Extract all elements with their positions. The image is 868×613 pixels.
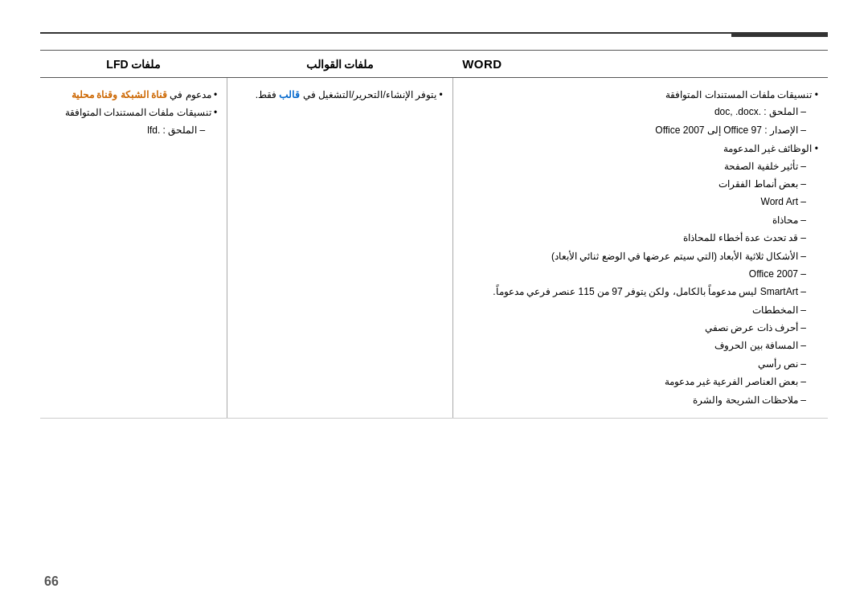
word-bullet-1: تنسيقات ملفات المستندات المتوافقة الملحق…: [463, 86, 818, 140]
top-border: [40, 32, 828, 34]
word-sub-2-8: SmartArt ليس مدعوماً بالكامل، ولكن يتوفر…: [463, 283, 806, 300]
word-sub-2-6: الأشكال ثلاثية الأبعاد (التي سيتم عرضها …: [463, 247, 806, 265]
highlight-qalb: قالب: [279, 89, 300, 100]
word-sub-2-10: أحرف ذات عرض نصفي: [463, 319, 806, 337]
word-bullet-2: الوظائف غير المدعومة تأثير خلفية الصفحة …: [463, 140, 818, 410]
lfd-bullet-2: تنسيقات ملفات المستندات المتوافقة الملحق…: [50, 104, 217, 140]
word-sub-2-5: قد تحدث عدة أخطاء للمحاذاة: [463, 229, 806, 247]
word-sub-2-7: Office 2007: [463, 265, 806, 283]
word-sub-2-14: ملاحظات الشريحة والشرة: [463, 391, 806, 409]
lfd-bullet-list: مدعوم في قناة الشبكة وقناة محلية تنسيقات…: [50, 86, 217, 140]
word-content-cell: تنسيقات ملفات المستندات المتوافقة الملحق…: [452, 78, 828, 419]
header-templates: ملفات القوالب: [227, 51, 452, 78]
word-sublist-1: الملحق : .doc, .docx الإصدار : Office 97…: [463, 103, 818, 139]
word-sub-1-2: الإصدار : Office 97 إلى Office 2007: [463, 121, 806, 139]
templates-bullet-1: يتوفر الإنشاء/التحرير/التشغيل في قالب فق…: [237, 86, 442, 104]
word-sub-2-2: بعض أنماط الفقرات: [463, 175, 806, 193]
word-sub-2-3: Word Art: [463, 193, 806, 210]
page-number: 66: [44, 574, 59, 589]
word-bullet-list: تنسيقات ملفات المستندات المتوافقة الملحق…: [463, 86, 818, 410]
lfd-sub-1-1: الملحق : .lfd: [50, 121, 205, 139]
word-sub-2-9: المخططات: [463, 301, 806, 319]
word-sub-2-1: تأثير خلفية الصفحة: [463, 157, 806, 175]
templates-content-cell: يتوفر الإنشاء/التحرير/التشغيل في قالب فق…: [227, 78, 452, 419]
page-container: WORD ملفات القوالب ملفات LFD تنسيقات ملف…: [0, 0, 868, 613]
top-right-accent: [731, 32, 828, 37]
header-word: WORD: [452, 51, 828, 78]
templates-bullet-list: يتوفر الإنشاء/التحرير/التشغيل في قالب فق…: [237, 86, 442, 104]
word-sub-1-1: الملحق : .doc, .docx: [463, 103, 806, 121]
word-sub-2-13: بعض العناصر الفرعية غير مدعومة: [463, 373, 806, 390]
lfd-bullet-1: مدعوم في قناة الشبكة وقناة محلية: [50, 86, 217, 104]
word-sub-2-4: محاذاة: [463, 211, 806, 229]
main-table: WORD ملفات القوالب ملفات LFD تنسيقات ملف…: [40, 50, 828, 419]
lfd-content-cell: مدعوم في قناة الشبكة وقناة محلية تنسيقات…: [40, 78, 227, 419]
word-sub-2-11: المسافة بين الحروف: [463, 337, 806, 354]
word-sublist-2: تأثير خلفية الصفحة بعض أنماط الفقرات Wor…: [463, 157, 818, 409]
lfd-sublist-1: الملحق : .lfd: [50, 121, 217, 139]
highlight-network: قناة الشبكة وقناة محلية: [72, 89, 167, 100]
word-sub-2-12: نص رأسي: [463, 355, 806, 373]
header-lfd: ملفات LFD: [40, 51, 227, 78]
